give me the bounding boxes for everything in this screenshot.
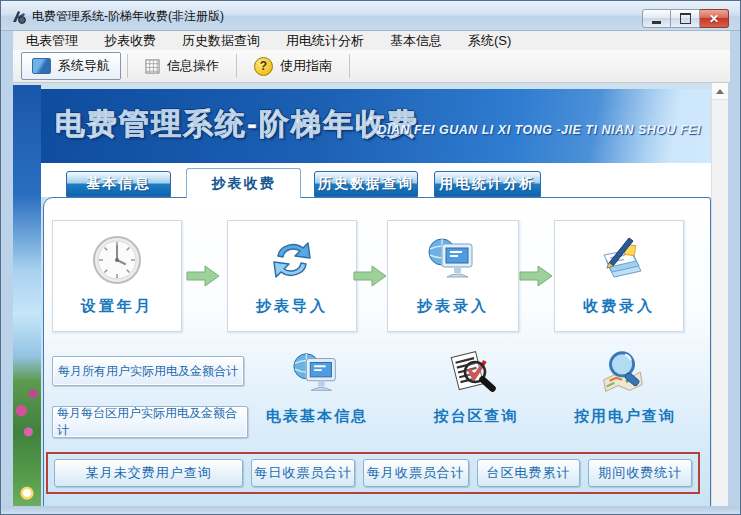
workflow-label-set-month: 设置年月 bbox=[81, 297, 153, 316]
scroll-up-button[interactable] bbox=[712, 83, 728, 100]
green-arrow-icon bbox=[519, 264, 553, 288]
summary-button-monthly-all-users[interactable]: 每月所有用户实际用电及金额合计 bbox=[52, 356, 244, 386]
menu-item-system[interactable]: 系统(S) bbox=[455, 31, 524, 50]
toolbar: 系统导航 信息操作 ? 使用指南 bbox=[13, 50, 730, 83]
maximize-button[interactable] bbox=[671, 9, 700, 28]
computer-icon bbox=[426, 233, 480, 287]
toolbar-button-user-guide[interactable]: ? 使用指南 bbox=[243, 52, 343, 80]
tab-usage-stats[interactable]: 用电统计分析 bbox=[434, 171, 541, 197]
tab-meter-reading-fee[interactable]: 抄表收费 bbox=[186, 168, 301, 198]
menu-item-history-query[interactable]: 历史数据查询 bbox=[169, 31, 273, 50]
app-window: 电费管理系统-阶梯年收费(非注册版) ✕ 电表管理 抄表收费 历史数据查询 用电… bbox=[0, 0, 741, 515]
shortcut-meter-basic-info[interactable]: 电表基本信息 bbox=[252, 407, 382, 426]
window-bottom-border bbox=[1, 506, 741, 514]
shortcut-query-by-area[interactable]: 按台区查询 bbox=[411, 407, 541, 426]
help-icon: ? bbox=[254, 57, 273, 76]
workflow-card-set-month[interactable]: 设置年月 bbox=[52, 220, 182, 332]
workflow-card-reading-import[interactable]: 抄表导入 bbox=[227, 220, 357, 332]
workflow-card-fee-entry[interactable]: 收费录入 bbox=[554, 220, 684, 332]
search-map-icon[interactable] bbox=[597, 346, 649, 402]
vertical-scrollbar[interactable] bbox=[711, 83, 728, 508]
minimize-button[interactable] bbox=[642, 9, 671, 28]
report-button-monthly-collector-total[interactable]: 每月收票员合计 bbox=[363, 459, 469, 487]
green-arrow-icon bbox=[186, 264, 220, 288]
chevron-up-icon bbox=[716, 89, 724, 94]
menu-item-usage-stats[interactable]: 用电统计分析 bbox=[273, 31, 377, 50]
report-button-unpaid-users[interactable]: 某月未交费用户查询 bbox=[54, 459, 243, 487]
green-arrow-icon bbox=[353, 264, 387, 288]
report-button-daily-collector-total[interactable]: 每日收票员合计 bbox=[251, 459, 355, 487]
app-icon bbox=[10, 8, 27, 25]
close-icon: ✕ bbox=[709, 13, 719, 25]
banner-title: 电费管理系统-阶梯年收费 bbox=[55, 104, 419, 145]
shortcut-query-by-user[interactable]: 按用电户查询 bbox=[560, 407, 690, 426]
client-area: 电费管理系统-阶梯年收费 DIAN FEI GUAN LI XI TONG -J… bbox=[13, 83, 713, 508]
computer-icon[interactable] bbox=[291, 346, 343, 402]
clock-icon bbox=[90, 233, 144, 287]
workflow-label-reading-import: 抄表导入 bbox=[256, 297, 328, 316]
decorative-flower-strip bbox=[13, 85, 41, 508]
content-panel: 设置年月 抄表导入 bbox=[43, 197, 711, 508]
report-button-area-fee-accumulation[interactable]: 台区电费累计 bbox=[477, 459, 581, 487]
banner-subtitle: DIAN FEI GUAN LI XI TONG -JIE TI NIAN SH… bbox=[378, 123, 701, 137]
tab-basic-info[interactable]: 基本信息 bbox=[66, 171, 171, 197]
title-bar[interactable]: 电费管理系统-阶梯年收费(非注册版) ✕ bbox=[1, 1, 741, 31]
workflow-label-fee-entry: 收费录入 bbox=[583, 297, 655, 316]
window-controls: ✕ bbox=[642, 9, 729, 28]
toolbar-label-info-operation: 信息操作 bbox=[167, 57, 219, 75]
summary-button-monthly-by-area[interactable]: 每月每台区用户实际用电及金额合计 bbox=[52, 406, 248, 438]
menu-item-basic-info[interactable]: 基本信息 bbox=[377, 31, 455, 50]
report-button-period-fee-stats[interactable]: 期间收费统计 bbox=[588, 459, 692, 487]
toolbar-label-system-nav: 系统导航 bbox=[58, 57, 110, 75]
maximize-icon bbox=[680, 13, 691, 24]
report-button-group: 某月未交费用户查询 每日收票员合计 每月收票员合计 台区电费累计 期间收费统计 bbox=[46, 452, 700, 494]
tab-history-query[interactable]: 历史数据查询 bbox=[314, 171, 418, 197]
menu-bar: 电表管理 抄表收费 历史数据查询 用电统计分析 基本信息 系统(S) bbox=[13, 31, 730, 50]
workflow-label-reading-entry: 抄表录入 bbox=[417, 297, 489, 316]
toolbar-separator bbox=[127, 54, 128, 78]
toolbar-separator bbox=[236, 54, 237, 78]
banner: 电费管理系统-阶梯年收费 DIAN FEI GUAN LI XI TONG -J… bbox=[41, 89, 711, 164]
toolbar-separator bbox=[349, 54, 350, 78]
workflow-card-reading-entry[interactable]: 抄表录入 bbox=[387, 220, 519, 332]
window-title: 电费管理系统-阶梯年收费(非注册版) bbox=[32, 8, 224, 25]
toolbar-button-info-operation[interactable]: 信息操作 bbox=[134, 52, 230, 80]
search-list-icon[interactable] bbox=[446, 346, 500, 402]
toolbar-button-system-nav[interactable]: 系统导航 bbox=[21, 52, 121, 80]
close-button[interactable]: ✕ bbox=[700, 9, 729, 28]
menu-item-meter-management[interactable]: 电表管理 bbox=[13, 31, 91, 50]
minimize-icon bbox=[652, 21, 661, 24]
monitor-icon bbox=[32, 58, 51, 74]
notepad-pen-icon bbox=[592, 233, 646, 287]
menu-item-reading-fee[interactable]: 抄表收费 bbox=[91, 31, 169, 50]
grid-icon bbox=[145, 59, 160, 74]
toolbar-label-user-guide: 使用指南 bbox=[280, 57, 332, 75]
sync-icon bbox=[265, 233, 319, 287]
